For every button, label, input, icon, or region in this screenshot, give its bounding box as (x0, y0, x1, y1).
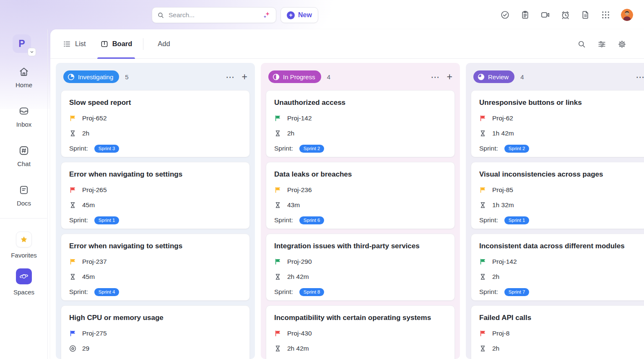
sprint-tag[interactable]: Sprint 3 (94, 145, 119, 153)
priority-flag-icon (479, 330, 486, 337)
column-add-icon[interactable]: + (447, 72, 452, 82)
new-button[interactable]: + New (280, 7, 318, 23)
sidebar-item-label: Inbox (0, 121, 48, 128)
clipboard-icon[interactable] (520, 10, 530, 20)
task-id: Proj-275 (82, 330, 107, 337)
time-estimate: 2h (492, 273, 499, 281)
task-card[interactable]: Error when navigating to settings Proj-2… (61, 234, 250, 301)
sprint-field-label: Sprint: (479, 216, 498, 224)
ai-sparkle-icon[interactable] (262, 11, 271, 19)
view-tab-bar: List Board Add (50, 29, 644, 59)
time-estimate: 2h (82, 130, 89, 137)
workspace-switcher-chevron[interactable] (28, 48, 36, 56)
task-card[interactable]: Unresponsive buttons or links Proj-62 1h… (471, 90, 644, 157)
app-window: Search... + New P Home (0, 0, 644, 359)
time-estimate: 2h (492, 345, 499, 352)
settings-gear-icon[interactable] (618, 40, 626, 49)
sidebar-item-spaces[interactable]: Spaces (0, 268, 48, 296)
time-estimate: 1h 32m (492, 201, 514, 209)
view-actions (577, 29, 626, 59)
priority-flag-icon (274, 186, 281, 194)
sprint-tag[interactable]: Sprint 2 (504, 145, 530, 153)
column-more-icon[interactable]: ⋯ (636, 73, 644, 81)
column-more-icon[interactable]: ⋯ (226, 73, 235, 81)
task-card[interactable]: Inconsistent data across different modul… (471, 234, 644, 301)
sidebar-item-favorites[interactable]: Favorites (0, 232, 48, 259)
apps-grid-icon[interactable] (601, 10, 610, 20)
time-estimate-icon (479, 201, 486, 209)
spaces-box (16, 268, 32, 284)
status-pill-investigating[interactable]: Investigating (63, 70, 119, 83)
tab-label: Board (112, 40, 132, 48)
status-half-icon (273, 73, 280, 81)
sidebar-item-inbox[interactable]: Inbox (0, 106, 48, 128)
column-review: Review 4 ⋯ + Unresponsive buttons or lin… (466, 63, 644, 359)
task-id: Proj-265 (82, 186, 107, 194)
task-title: Error when navigating to settings (69, 240, 242, 252)
status-label: Review (488, 73, 509, 81)
task-title: Visual inconsistencies across pages (479, 169, 644, 180)
global-search-input[interactable]: Search... (152, 7, 276, 23)
status-pill-in-progress[interactable]: In Progress (268, 70, 321, 83)
task-card[interactable]: High CPU or memory usage Proj-275 29 (61, 305, 250, 359)
add-view-button[interactable]: Add (154, 40, 170, 48)
priority-flag-icon (69, 186, 76, 194)
task-id: Proj-236 (287, 186, 312, 194)
task-id: Proj-62 (492, 114, 513, 122)
task-card[interactable]: Failed API calls Proj-8 2h (471, 305, 644, 359)
priority-flag-icon (479, 258, 486, 265)
sprint-tag[interactable]: Sprint 8 (299, 288, 325, 296)
task-id: Proj-652 (82, 114, 107, 122)
tasks-check-icon[interactable] (500, 10, 510, 20)
status-pill-review[interactable]: Review (473, 70, 514, 83)
sprint-tag[interactable]: Sprint 4 (94, 288, 119, 296)
time-estimate-icon (69, 130, 76, 137)
sprint-tag[interactable]: Sprint 6 (299, 216, 325, 224)
sprint-tag[interactable]: Sprint 7 (504, 288, 530, 296)
time-estimate-icon (69, 201, 76, 209)
priority-flag-icon (274, 114, 281, 122)
sprint-field-label: Sprint: (479, 145, 498, 152)
list-view-icon (63, 40, 71, 48)
column-in-progress: In Progress 4 ⋯ + Unauthorized access Pr… (261, 63, 460, 359)
priority-flag-icon (479, 186, 486, 194)
search-icon[interactable] (577, 40, 586, 49)
sidebar: P Home Inbox Chat Docs Favorites (0, 29, 48, 359)
sprint-points-icon (69, 345, 76, 352)
tab-board[interactable]: Board (100, 29, 132, 59)
task-title: Unauthorized access (274, 97, 447, 109)
task-card[interactable]: Incompatibility with certain operating s… (266, 305, 455, 359)
priority-flag-icon (69, 258, 76, 265)
planet-icon (19, 272, 29, 281)
sidebar-item-chat[interactable]: Chat (0, 145, 48, 167)
task-card[interactable]: Visual inconsistencies across pages Proj… (471, 162, 644, 229)
time-estimate-icon (69, 273, 76, 281)
task-card[interactable]: Error when navigating to settings Proj-2… (61, 162, 250, 229)
task-card[interactable]: Unauthorized access Proj-142 2h Sprint:S… (266, 90, 455, 157)
time-estimate: 45m (82, 201, 95, 209)
status-label: Investigating (78, 73, 113, 81)
sprint-points: 29 (82, 345, 89, 352)
sprint-tag[interactable]: Sprint 1 (504, 216, 530, 224)
alarm-clock-icon[interactable] (561, 10, 570, 20)
main-panel: List Board Add (50, 29, 644, 359)
status-quarter-icon (68, 73, 75, 81)
video-camera-icon[interactable] (540, 10, 550, 20)
time-estimate-icon (274, 345, 281, 352)
sidebar-item-docs[interactable]: Docs (0, 185, 48, 207)
sidebar-item-home[interactable]: Home (0, 66, 48, 88)
tab-list[interactable]: List (63, 29, 86, 59)
filter-sliders-icon[interactable] (597, 40, 606, 49)
task-card[interactable]: Data leaks or breaches Proj-236 43m Spri… (266, 162, 455, 229)
column-more-icon[interactable]: ⋯ (431, 73, 440, 81)
sprint-tag[interactable]: Sprint 1 (94, 216, 119, 224)
task-card[interactable]: Integration issues with third-party serv… (266, 234, 455, 301)
time-estimate: 2h 42m (287, 273, 309, 281)
document-icon[interactable] (581, 10, 590, 20)
user-avatar[interactable] (621, 9, 633, 21)
task-card[interactable]: Slow speed report Proj-652 2h Sprint:Spr… (61, 90, 250, 157)
sidebar-item-label: Chat (0, 160, 48, 167)
sprint-tag[interactable]: Sprint 2 (299, 145, 325, 153)
column-add-icon[interactable]: + (242, 72, 247, 82)
status-three-quarter-icon (478, 73, 485, 81)
